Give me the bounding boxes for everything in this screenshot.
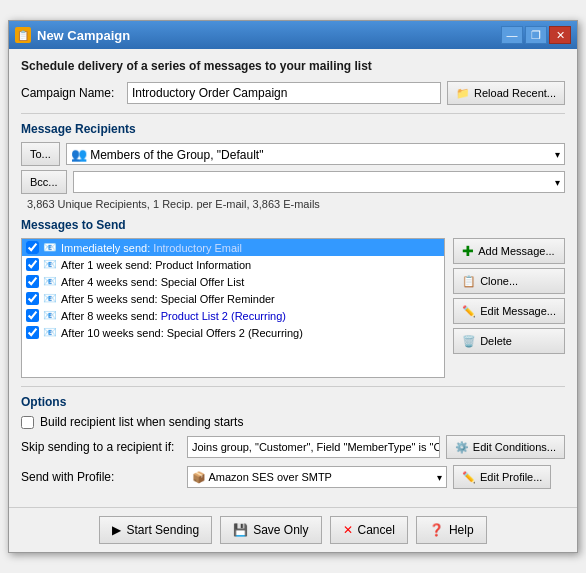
message-checkbox[interactable] (26, 292, 39, 305)
to-dropdown[interactable]: 👥 Members of the Group, "Default" ▾ (66, 143, 565, 165)
footer: ▶ Start Sending 💾 Save Only ✕ Cancel ❓ H… (9, 507, 577, 552)
clone-icon: 📋 (462, 275, 476, 288)
window-title: New Campaign (37, 28, 130, 43)
campaign-name-row: Campaign Name: 📁 Reload Recent... (21, 81, 565, 105)
message-icon: 📧 (43, 309, 57, 322)
edit-profile-button[interactable]: ✏️ Edit Profile... (453, 465, 551, 489)
schedule-label: Schedule delivery of a series of message… (21, 59, 565, 73)
options-header: Options (21, 395, 565, 409)
build-recipient-row: Build recipient list when sending starts (21, 415, 565, 429)
content: Schedule delivery of a series of message… (9, 49, 577, 507)
skip-label: Skip sending to a recipient if: (21, 440, 181, 454)
profile-dropdown-chevron: ▾ (437, 472, 442, 483)
message-icon: 📧 (43, 241, 57, 254)
bcc-row: Bcc... ▾ (21, 170, 565, 194)
folder-icon: 📁 (456, 87, 470, 100)
profile-dropdown[interactable]: 📦 Amazon SES over SMTP ▾ (187, 466, 447, 488)
dropdown-chevron: ▾ (555, 149, 560, 160)
build-recipient-checkbox[interactable] (21, 416, 34, 429)
message-item-text: After 1 week send: Product Information (61, 259, 440, 271)
conditions-icon: ⚙️ (455, 441, 469, 454)
edit-conditions-button[interactable]: ⚙️ Edit Conditions... (446, 435, 565, 459)
edit-message-button[interactable]: ✏️ Edit Message... (453, 298, 565, 324)
reload-recent-button[interactable]: 📁 Reload Recent... (447, 81, 565, 105)
profile-row: Send with Profile: 📦 Amazon SES over SMT… (21, 465, 565, 489)
message-icon: 📧 (43, 275, 57, 288)
minimize-button[interactable]: — (501, 26, 523, 44)
message-item-text: After 8 weeks send: Product List 2 (Recu… (61, 310, 440, 322)
cancel-icon: ✕ (343, 523, 353, 537)
save-icon: 💾 (233, 523, 248, 537)
message-icon: 📧 (43, 292, 57, 305)
recipients-header: Message Recipients (21, 122, 565, 136)
message-checkbox[interactable] (26, 275, 39, 288)
delete-button[interactable]: 🗑️ Delete (453, 328, 565, 354)
campaign-name-label: Campaign Name: (21, 86, 121, 100)
messages-section: Messages to Send 📧Immediately send: Intr… (21, 218, 565, 378)
recipients-section: Message Recipients To... 👥 Members of th… (21, 122, 565, 210)
messages-list[interactable]: 📧Immediately send: Introductory Email📧Af… (21, 238, 445, 378)
profile-label: Send with Profile: (21, 470, 181, 484)
bcc-button[interactable]: Bcc... (21, 170, 67, 194)
message-checkbox[interactable] (26, 309, 39, 322)
titlebar-controls: — ❐ ✕ (501, 26, 571, 44)
profile-icon: 📦 (192, 471, 206, 483)
start-icon: ▶ (112, 523, 121, 537)
message-icon: 📧 (43, 326, 57, 339)
messages-container: 📧Immediately send: Introductory Email📧Af… (21, 238, 565, 378)
message-list-item[interactable]: 📧Immediately send: Introductory Email (22, 239, 444, 256)
message-item-text: After 10 weeks send: Special Offers 2 (R… (61, 327, 440, 339)
add-icon: ✚ (462, 243, 474, 259)
start-sending-button[interactable]: ▶ Start Sending (99, 516, 212, 544)
messages-header: Messages to Send (21, 218, 565, 232)
cancel-button[interactable]: ✕ Cancel (330, 516, 408, 544)
app-icon: 📋 (15, 27, 31, 43)
help-icon: ❓ (429, 523, 444, 537)
profile-edit-icon: ✏️ (462, 471, 476, 484)
message-item-text: After 4 weeks send: Special Offer List (61, 276, 440, 288)
delete-icon: 🗑️ (462, 335, 476, 348)
message-list-item[interactable]: 📧After 5 weeks send: Special Offer Remin… (22, 290, 444, 307)
messages-buttons: ✚ Add Message... 📋 Clone... ✏️ Edit Mess… (453, 238, 565, 378)
message-checkbox[interactable] (26, 258, 39, 271)
recipient-info: 3,863 Unique Recipients, 1 Recip. per E-… (27, 198, 565, 210)
clone-button[interactable]: 📋 Clone... (453, 268, 565, 294)
build-recipient-label: Build recipient list when sending starts (40, 415, 243, 429)
message-item-text: Immediately send: Introductory Email (61, 242, 440, 254)
group-icon: 👥 (71, 147, 87, 162)
edit-icon: ✏️ (462, 305, 476, 318)
bcc-dropdown[interactable]: ▾ (73, 171, 565, 193)
titlebar-left: 📋 New Campaign (15, 27, 130, 43)
restore-button[interactable]: ❐ (525, 26, 547, 44)
help-button[interactable]: ❓ Help (416, 516, 487, 544)
skip-row: Skip sending to a recipient if: Joins gr… (21, 435, 565, 459)
campaign-name-input[interactable] (127, 82, 441, 104)
message-list-item[interactable]: 📧After 1 week send: Product Information (22, 256, 444, 273)
to-row: To... 👥 Members of the Group, "Default" … (21, 142, 565, 166)
message-checkbox[interactable] (26, 326, 39, 339)
main-window: 📋 New Campaign — ❐ ✕ Schedule delivery o… (8, 20, 578, 553)
skip-value: Joins group, "Customer", Field "MemberTy… (187, 436, 440, 458)
bcc-dropdown-chevron: ▾ (555, 177, 560, 188)
message-checkbox[interactable] (26, 241, 39, 254)
to-button[interactable]: To... (21, 142, 60, 166)
add-message-button[interactable]: ✚ Add Message... (453, 238, 565, 264)
message-icon: 📧 (43, 258, 57, 271)
close-button[interactable]: ✕ (549, 26, 571, 44)
titlebar: 📋 New Campaign — ❐ ✕ (9, 21, 577, 49)
save-only-button[interactable]: 💾 Save Only (220, 516, 321, 544)
message-item-text: After 5 weeks send: Special Offer Remind… (61, 293, 440, 305)
message-list-item[interactable]: 📧After 8 weeks send: Product List 2 (Rec… (22, 307, 444, 324)
message-list-item[interactable]: 📧After 4 weeks send: Special Offer List (22, 273, 444, 290)
options-section: Options Build recipient list when sendin… (21, 395, 565, 489)
message-list-item[interactable]: 📧After 10 weeks send: Special Offers 2 (… (22, 324, 444, 341)
